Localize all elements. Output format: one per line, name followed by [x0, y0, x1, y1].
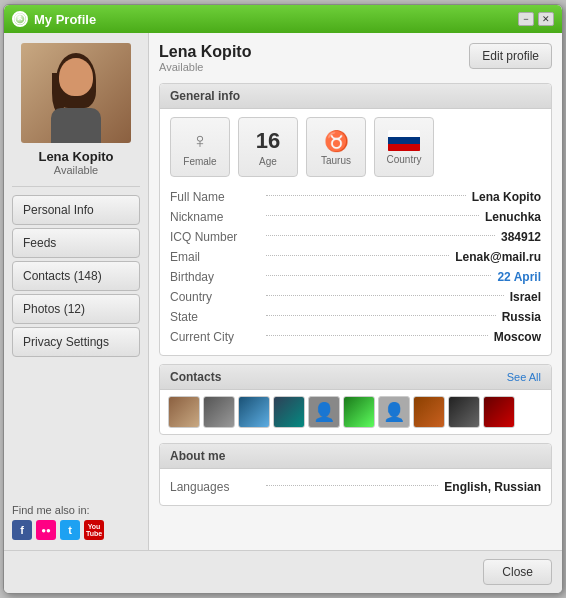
contact-avatar-2[interactable] [203, 396, 235, 428]
contact-avatar-1[interactable] [168, 396, 200, 428]
nav-photos[interactable]: Photos (12) [12, 294, 140, 324]
country-dots [266, 295, 504, 296]
general-info-section: General info ♀ Female 16 Age ♉ [159, 83, 552, 356]
info-icons-row: ♀ Female 16 Age ♉ Taurus [170, 117, 541, 177]
close-window-button[interactable]: ✕ [538, 12, 554, 26]
nickname-value: Lenuchka [485, 210, 541, 224]
profile-name-area: Lena Kopito Available [159, 43, 251, 73]
twitter-icon[interactable]: t [60, 520, 80, 540]
profile-status: Available [159, 61, 251, 73]
titlebar-left: My Profile [12, 11, 96, 27]
contact-avatar-4[interactable] [273, 396, 305, 428]
contact-avatar-6[interactable] [343, 396, 375, 428]
avatar-body [51, 108, 101, 143]
contacts-avatars: 👤 👤 [160, 390, 551, 434]
country-field-label: Country [170, 290, 260, 304]
about-me-section: About me Languages English, Russian [159, 443, 552, 506]
nav-feeds[interactable]: Feeds [12, 228, 140, 258]
app-icon [12, 11, 28, 27]
info-row-country: Country Israel [170, 287, 541, 307]
contact-avatar-8[interactable] [413, 396, 445, 428]
avatar [21, 43, 131, 143]
state-value: Russia [502, 310, 541, 324]
main-content-area: Lena Kopito Available Personal Info Feed… [4, 33, 562, 550]
icq-label: ICQ Number [170, 230, 260, 244]
facebook-icon[interactable]: f [12, 520, 32, 540]
birthday-value: 22 April [497, 270, 541, 284]
flag-icon [388, 130, 420, 152]
age-label: Age [259, 156, 277, 167]
profile-header: Lena Kopito Available Edit profile [159, 43, 552, 73]
contact-avatar-10[interactable] [483, 396, 515, 428]
avatar-image [21, 43, 131, 143]
sidebar: Lena Kopito Available Personal Info Feed… [4, 33, 149, 550]
window-title: My Profile [34, 12, 96, 27]
contacts-header-row: Contacts See All [160, 365, 551, 390]
nav-contacts[interactable]: Contacts (148) [12, 261, 140, 291]
info-row-email: Email Lenak@mail.ru [170, 247, 541, 267]
general-info-header: General info [160, 84, 551, 109]
titlebar: My Profile − ✕ [4, 5, 562, 33]
flickr-icon[interactable]: ●● [36, 520, 56, 540]
find-me-label: Find me also in: [12, 504, 140, 516]
languages-value: English, Russian [444, 480, 541, 494]
contact-avatar-9[interactable] [448, 396, 480, 428]
social-icons: f ●● t YouTube [12, 520, 140, 540]
nickname-label: Nickname [170, 210, 260, 224]
icq-value: 384912 [501, 230, 541, 244]
gender-label: Female [183, 156, 216, 167]
nav-privacy-settings[interactable]: Privacy Settings [12, 327, 140, 357]
sidebar-user-status: Available [54, 164, 98, 176]
taurus-icon: ♉ [324, 129, 349, 153]
female-icon: ♀ [192, 128, 209, 154]
sidebar-user-name: Lena Kopito [38, 149, 113, 164]
contact-avatar-7[interactable]: 👤 [378, 396, 410, 428]
info-row-nickname: Nickname Lenuchka [170, 207, 541, 227]
email-label: Email [170, 250, 260, 264]
city-dots [266, 335, 488, 336]
close-button[interactable]: Close [483, 559, 552, 585]
footer-bar: Close [4, 550, 562, 593]
nav-personal-info[interactable]: Personal Info [12, 195, 140, 225]
about-me-header: About me [160, 444, 551, 469]
fullname-label: Full Name [170, 190, 260, 204]
info-row-fullname: Full Name Lena Kopito [170, 187, 541, 207]
city-label: Current City [170, 330, 260, 344]
info-row-icq: ICQ Number 384912 [170, 227, 541, 247]
birthday-dots [266, 275, 491, 276]
info-row-city: Current City Moscow [170, 327, 541, 347]
window-controls: − ✕ [518, 12, 554, 26]
find-me-section: Find me also in: f ●● t YouTube [12, 496, 140, 540]
city-value: Moscow [494, 330, 541, 344]
zodiac-card: ♉ Taurus [306, 117, 366, 177]
contact-avatar-3[interactable] [238, 396, 270, 428]
fullname-value: Lena Kopito [472, 190, 541, 204]
country-field-value: Israel [510, 290, 541, 304]
svg-point-1 [19, 16, 21, 18]
info-rows: Full Name Lena Kopito Nickname Lenuchka … [170, 187, 541, 347]
profile-name: Lena Kopito [159, 43, 251, 61]
edit-profile-button[interactable]: Edit profile [469, 43, 552, 69]
avatar-figure [49, 53, 104, 143]
icq-dots [266, 235, 495, 236]
contacts-section: Contacts See All 👤 👤 [159, 364, 552, 435]
contacts-header: Contacts [170, 370, 221, 384]
see-all-link[interactable]: See All [507, 371, 541, 383]
gender-card: ♀ Female [170, 117, 230, 177]
about-me-body: Languages English, Russian [160, 469, 551, 505]
fullname-dots [266, 195, 466, 196]
languages-dots [266, 485, 438, 486]
contact-avatar-5[interactable]: 👤 [308, 396, 340, 428]
age-number: 16 [256, 128, 280, 154]
minimize-button[interactable]: − [518, 12, 534, 26]
zodiac-label: Taurus [321, 155, 351, 166]
country-card: Country [374, 117, 434, 177]
main-panel: Lena Kopito Available Edit profile Gener… [149, 33, 562, 550]
nickname-dots [266, 215, 479, 216]
country-label: Country [386, 154, 421, 165]
info-row-languages: Languages English, Russian [170, 477, 541, 497]
info-row-state: State Russia [170, 307, 541, 327]
app-window: My Profile − ✕ [3, 4, 563, 594]
state-label: State [170, 310, 260, 324]
youtube-icon[interactable]: YouTube [84, 520, 104, 540]
